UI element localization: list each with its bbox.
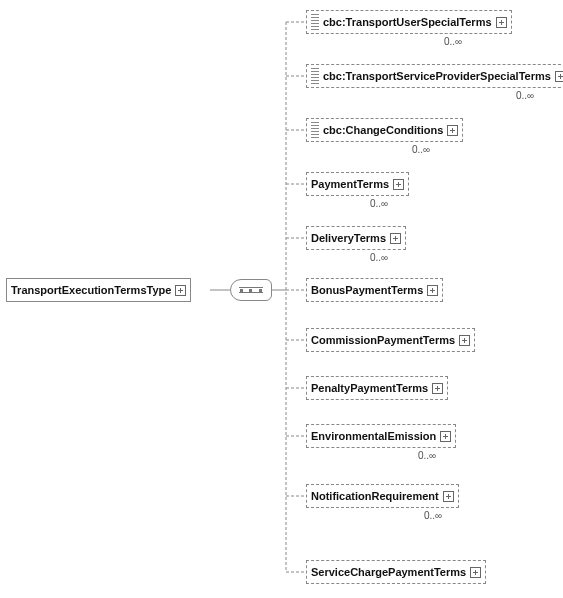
child-delivery-terms[interactable]: DeliveryTerms bbox=[306, 226, 406, 250]
diagram-canvas: TransportExecutionTermsType cbc:Transpor… bbox=[0, 0, 563, 598]
cardinality-label: 0..∞ bbox=[418, 450, 436, 461]
expand-icon[interactable] bbox=[432, 383, 443, 394]
expand-icon[interactable] bbox=[440, 431, 451, 442]
doc-icon bbox=[311, 14, 319, 30]
cardinality-label: 0..∞ bbox=[444, 36, 462, 47]
child-commission-payment-terms[interactable]: CommissionPaymentTerms bbox=[306, 328, 475, 352]
root-label: TransportExecutionTermsType bbox=[11, 284, 171, 296]
expand-icon[interactable] bbox=[393, 179, 404, 190]
child-penalty-payment-terms[interactable]: PenaltyPaymentTerms bbox=[306, 376, 448, 400]
child-bonus-payment-terms[interactable]: BonusPaymentTerms bbox=[306, 278, 443, 302]
expand-icon[interactable] bbox=[470, 567, 481, 578]
child-notification-requirement[interactable]: NotificationRequirement bbox=[306, 484, 459, 508]
cardinality-label: 0..∞ bbox=[424, 510, 442, 521]
child-change-conditions[interactable]: cbc:ChangeConditions bbox=[306, 118, 463, 142]
child-environmental-emission[interactable]: EnvironmentalEmission bbox=[306, 424, 456, 448]
sequence-icon bbox=[239, 287, 263, 293]
child-payment-terms[interactable]: PaymentTerms bbox=[306, 172, 409, 196]
doc-icon bbox=[311, 68, 319, 84]
child-label: CommissionPaymentTerms bbox=[311, 334, 455, 346]
child-label: cbc:ChangeConditions bbox=[323, 124, 443, 136]
child-label: cbc:TransportServiceProviderSpecialTerms bbox=[323, 70, 551, 82]
child-label: EnvironmentalEmission bbox=[311, 430, 436, 442]
child-transport-user-special-terms[interactable]: cbc:TransportUserSpecialTerms bbox=[306, 10, 512, 34]
child-label: PenaltyPaymentTerms bbox=[311, 382, 428, 394]
child-label: NotificationRequirement bbox=[311, 490, 439, 502]
expand-icon[interactable] bbox=[390, 233, 401, 244]
expand-icon[interactable] bbox=[496, 17, 507, 28]
child-label: DeliveryTerms bbox=[311, 232, 386, 244]
child-label: BonusPaymentTerms bbox=[311, 284, 423, 296]
child-service-charge-payment-terms[interactable]: ServiceChargePaymentTerms bbox=[306, 560, 486, 584]
cardinality-label: 0..∞ bbox=[370, 198, 388, 209]
child-label: cbc:TransportUserSpecialTerms bbox=[323, 16, 492, 28]
collapse-icon[interactable] bbox=[175, 285, 186, 296]
cardinality-label: 0..∞ bbox=[516, 90, 534, 101]
child-label: ServiceChargePaymentTerms bbox=[311, 566, 466, 578]
expand-icon[interactable] bbox=[427, 285, 438, 296]
sequence-compositor[interactable] bbox=[230, 279, 272, 301]
expand-icon[interactable] bbox=[555, 71, 563, 82]
child-label: PaymentTerms bbox=[311, 178, 389, 190]
expand-icon[interactable] bbox=[443, 491, 454, 502]
cardinality-label: 0..∞ bbox=[412, 144, 430, 155]
root-node[interactable]: TransportExecutionTermsType bbox=[6, 278, 191, 302]
expand-icon[interactable] bbox=[447, 125, 458, 136]
expand-icon[interactable] bbox=[459, 335, 470, 346]
child-transport-service-provider-special-terms[interactable]: cbc:TransportServiceProviderSpecialTerms bbox=[306, 64, 563, 88]
cardinality-label: 0..∞ bbox=[370, 252, 388, 263]
doc-icon bbox=[311, 122, 319, 138]
